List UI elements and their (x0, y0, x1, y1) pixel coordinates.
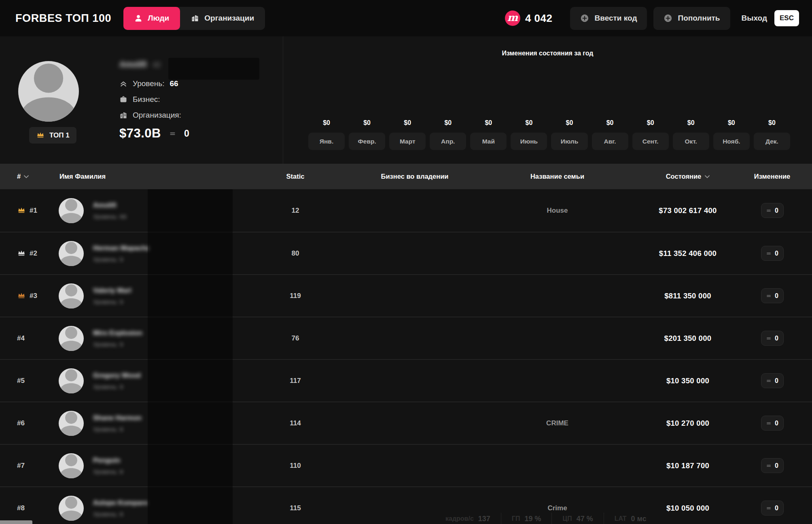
exit-button[interactable]: Выход (742, 14, 767, 23)
player-level-blurred: Уровень: 9 (93, 256, 123, 263)
rank-label: #8 (17, 504, 25, 512)
chart-month-column: $0 Февр. (349, 119, 385, 150)
table-row[interactable]: #7 Penguin Уровень: 8 110 $10 187 700 0 (0, 444, 812, 486)
player-name-blurred: Penguin (93, 456, 120, 465)
change-cell: 0 (732, 416, 812, 431)
month-button[interactable]: Июнь (511, 133, 547, 150)
change-value: 0 (775, 292, 778, 300)
static-id-cell: 119 (233, 292, 358, 300)
chevron-down-icon (705, 175, 710, 178)
enter-code-button[interactable]: Ввести код (570, 7, 647, 30)
chart-month-column: $0 Окт. (673, 119, 709, 150)
change-badge[interactable]: 0 (761, 458, 784, 473)
tab-organizations[interactable]: Организации (180, 7, 265, 30)
change-value: 0 (775, 462, 778, 469)
player-name-blurred: Gregory Wood (93, 372, 141, 380)
name-cell: Miro Explosion Уровень: 9 (93, 329, 233, 348)
change-badge[interactable]: 0 (761, 288, 784, 303)
scrollbar-thumb[interactable] (0, 520, 32, 524)
month-button[interactable]: Окт. (673, 133, 709, 150)
month-button[interactable]: Нояб. (713, 133, 750, 150)
tab-people[interactable]: Люди (123, 7, 180, 30)
wealth-cell: $811 350 000 (643, 292, 732, 300)
wealth-cell: $10 187 700 (643, 461, 732, 470)
month-value: $0 (687, 119, 695, 127)
column-header-wealth[interactable]: Состояние (643, 173, 732, 180)
month-button[interactable]: Апр. (430, 133, 466, 150)
month-button[interactable]: Авг. (592, 133, 628, 150)
tab-organizations-label: Организации (204, 14, 254, 23)
table-row[interactable]: #5 Gregory Wood Уровень: 9 117 $10 350 0… (0, 359, 812, 401)
profile-name-blurred: Amolifi (119, 60, 147, 69)
change-badge[interactable]: 0 (761, 373, 784, 388)
balance-value: 4 042 (525, 12, 553, 25)
chart-month-column: $0 Июль (551, 119, 587, 150)
performance-statusbar: кадров/с137ГП19 %ЦП47 %LAT0 мс (435, 513, 657, 524)
month-button[interactable]: Июль (551, 133, 587, 150)
table-row[interactable]: #2 Herman Mapachz Уровень: 9 80 $11 352 … (0, 232, 812, 274)
rank-label: #1 (30, 207, 37, 215)
rank-header-label: # (17, 173, 21, 180)
wealth-cell: $10 050 000 (643, 504, 732, 513)
profile-avatar (18, 61, 79, 122)
player-name-blurred: Herman Mapachz (93, 244, 150, 252)
building-icon (191, 14, 199, 22)
equals-icon (766, 506, 772, 511)
rank-label: #2 (30, 249, 37, 258)
change-badge[interactable]: 0 (761, 501, 784, 516)
wealth-change-value: 0 (184, 128, 189, 139)
building-icon (119, 111, 127, 119)
month-button[interactable]: Февр. (349, 133, 385, 150)
table-row[interactable]: #8 Aslope Kompare Уровень: 8 115 Crime $… (0, 486, 812, 524)
statusbar-value: 19 % (524, 515, 541, 523)
family-name-cell: Crime (471, 504, 643, 512)
level-value: 66 (170, 79, 178, 88)
wealth-chart-panel: Изменения состояния за год $0 Янв. $0 Фе… (283, 36, 812, 164)
month-button[interactable]: Май (470, 133, 507, 150)
profile-tag-blurred: #2 (153, 61, 161, 69)
month-value: $0 (323, 119, 330, 127)
esc-key-badge[interactable]: ESC (774, 10, 799, 26)
row-avatar (59, 453, 84, 478)
chart-month-column: $0 Авг. (592, 119, 628, 150)
change-badge[interactable]: 0 (761, 416, 784, 431)
month-value: $0 (363, 119, 371, 127)
table-row[interactable]: #4 Miro Explosion Уровень: 9 76 $201 350… (0, 317, 812, 359)
person-icon (134, 14, 142, 22)
topup-button[interactable]: Пополнить (653, 7, 730, 30)
name-cell: Amolifi Уровень: 66 (93, 201, 233, 220)
month-button[interactable]: Сент. (632, 133, 669, 150)
rank-label: #3 (30, 292, 37, 300)
profile-panel: ТОП 1 Amolifi #2 Уровень: 66 Бизнес: (0, 36, 283, 164)
change-badge[interactable]: 0 (761, 331, 784, 346)
column-header-rank[interactable]: # (0, 173, 59, 180)
month-value: $0 (566, 119, 573, 127)
change-badge[interactable]: 0 (761, 203, 784, 218)
static-id-cell: 12 (233, 207, 358, 215)
player-name-blurred: Miro Explosion (93, 329, 142, 337)
wealth-cell: $201 350 000 (643, 334, 732, 343)
statusbar-value: 137 (478, 515, 490, 523)
table-row[interactable]: #3 Valeriy Marl Уровень: 9 119 $811 350 … (0, 274, 812, 317)
static-id-cell: 117 (233, 377, 358, 385)
statusbar-item: ЦП47 % (552, 515, 603, 523)
change-badge[interactable]: 0 (761, 246, 784, 261)
player-level-blurred: Уровень: 8 (93, 426, 123, 433)
rank-cell: #2 (0, 249, 59, 258)
profile-wealth-row: $73.0B 0 (119, 126, 189, 141)
table-row[interactable]: #1 Amolifi Уровень: 66 12 House $73 002 … (0, 189, 812, 232)
rank-label: #6 (17, 419, 25, 427)
statusbar-value: 47 % (577, 515, 593, 523)
name-cell: Shane Harmon Уровень: 8 (93, 414, 233, 433)
month-button[interactable]: Март (389, 133, 426, 150)
change-cell: 0 (732, 501, 812, 516)
month-button[interactable]: Дек. (754, 133, 790, 150)
month-value: $0 (647, 119, 654, 127)
column-header-static: Static (233, 173, 358, 180)
table-row[interactable]: #6 Shane Harmon Уровень: 8 114 CRIME $10… (0, 401, 812, 444)
profile-name: Amolifi #2 (119, 60, 161, 69)
topbar: FORBES ТОП 100 Люди Организации m 4 042 … (0, 0, 812, 36)
month-button[interactable]: Янв. (308, 133, 345, 150)
change-value: 0 (775, 505, 778, 512)
statusbar-label: кадров/с (445, 515, 474, 522)
